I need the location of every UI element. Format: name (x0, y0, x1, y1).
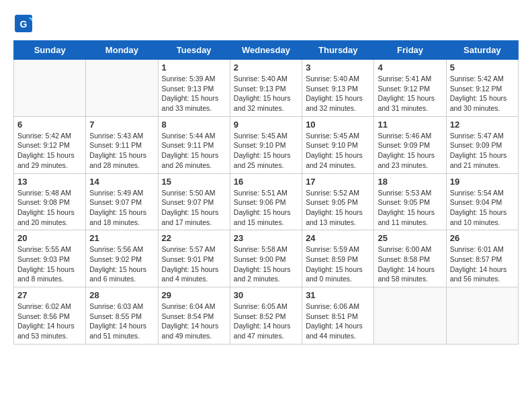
calendar-cell: 21Sunrise: 5:56 AM Sunset: 9:02 PM Dayli… (86, 230, 158, 287)
day-info: Sunrise: 5:46 AM Sunset: 9:09 PM Dayligh… (378, 131, 442, 171)
day-info: Sunrise: 6:01 AM Sunset: 8:57 PM Dayligh… (450, 244, 515, 284)
day-number: 12 (450, 120, 515, 130)
calendar-cell: 29Sunrise: 6:04 AM Sunset: 8:54 PM Dayli… (158, 287, 230, 345)
day-header-tuesday: Tuesday (158, 41, 230, 60)
day-info: Sunrise: 5:52 AM Sunset: 9:05 PM Dayligh… (306, 188, 370, 228)
calendar-cell: 4Sunrise: 5:41 AM Sunset: 9:12 PM Daylig… (374, 60, 446, 117)
day-info: Sunrise: 6:03 AM Sunset: 8:55 PM Dayligh… (89, 302, 154, 341)
day-info: Sunrise: 5:41 AM Sunset: 9:12 PM Dayligh… (378, 74, 442, 113)
day-number: 17 (306, 177, 370, 187)
calendar-cell (86, 60, 158, 117)
day-number: 31 (306, 290, 370, 300)
day-header-thursday: Thursday (302, 41, 374, 60)
day-number: 25 (378, 233, 442, 243)
svg-text:G: G (20, 19, 28, 30)
day-number: 2 (234, 62, 298, 73)
day-number: 8 (162, 120, 226, 130)
day-number: 22 (162, 233, 226, 243)
calendar-cell: 26Sunrise: 6:01 AM Sunset: 8:57 PM Dayli… (446, 230, 518, 287)
day-number: 10 (306, 120, 370, 130)
day-number: 23 (234, 233, 298, 243)
day-number: 13 (17, 177, 82, 187)
calendar-cell: 5Sunrise: 5:42 AM Sunset: 9:12 PM Daylig… (446, 60, 518, 117)
day-number: 21 (89, 233, 154, 243)
calendar-cell: 2Sunrise: 5:40 AM Sunset: 9:13 PM Daylig… (230, 60, 302, 117)
logo: G (13, 13, 36, 34)
calendar-cell: 16Sunrise: 5:51 AM Sunset: 9:06 PM Dayli… (230, 173, 302, 230)
day-info: Sunrise: 5:45 AM Sunset: 9:10 PM Dayligh… (306, 131, 370, 171)
calendar-table: SundayMondayTuesdayWednesdayThursdayFrid… (13, 40, 519, 345)
day-number: 29 (162, 290, 226, 300)
calendar-cell: 20Sunrise: 5:55 AM Sunset: 9:03 PM Dayli… (14, 230, 86, 287)
day-number: 24 (306, 233, 370, 243)
day-info: Sunrise: 5:56 AM Sunset: 9:02 PM Dayligh… (89, 244, 154, 284)
calendar-cell: 11Sunrise: 5:46 AM Sunset: 9:09 PM Dayli… (374, 116, 446, 173)
calendar-cell: 19Sunrise: 5:54 AM Sunset: 9:04 PM Dayli… (446, 173, 518, 230)
calendar-cell: 28Sunrise: 6:03 AM Sunset: 8:55 PM Dayli… (86, 287, 158, 345)
day-info: Sunrise: 6:06 AM Sunset: 8:51 PM Dayligh… (306, 302, 370, 341)
calendar-cell: 6Sunrise: 5:42 AM Sunset: 9:12 PM Daylig… (14, 116, 86, 173)
day-header-sunday: Sunday (14, 41, 86, 60)
day-number: 11 (378, 120, 442, 130)
logo-icon: G (13, 13, 34, 34)
day-header-monday: Monday (86, 41, 158, 60)
calendar-cell: 17Sunrise: 5:52 AM Sunset: 9:05 PM Dayli… (302, 173, 374, 230)
day-info: Sunrise: 5:40 AM Sunset: 9:13 PM Dayligh… (306, 74, 370, 113)
day-info: Sunrise: 6:05 AM Sunset: 8:52 PM Dayligh… (234, 302, 298, 341)
day-number: 18 (378, 177, 442, 187)
calendar-header-row: SundayMondayTuesdayWednesdayThursdayFrid… (14, 41, 519, 60)
day-info: Sunrise: 5:42 AM Sunset: 9:12 PM Dayligh… (17, 131, 82, 171)
day-number: 4 (378, 62, 442, 73)
calendar-cell: 10Sunrise: 5:45 AM Sunset: 9:10 PM Dayli… (302, 116, 374, 173)
day-number: 1 (162, 62, 226, 73)
day-number: 16 (234, 177, 298, 187)
day-info: Sunrise: 5:45 AM Sunset: 9:10 PM Dayligh… (234, 131, 298, 171)
day-number: 15 (162, 177, 226, 187)
day-number: 9 (234, 120, 298, 130)
calendar-cell: 7Sunrise: 5:43 AM Sunset: 9:11 PM Daylig… (86, 116, 158, 173)
calendar-cell: 15Sunrise: 5:50 AM Sunset: 9:07 PM Dayli… (158, 173, 230, 230)
day-info: Sunrise: 5:44 AM Sunset: 9:11 PM Dayligh… (162, 131, 226, 171)
day-info: Sunrise: 5:49 AM Sunset: 9:07 PM Dayligh… (89, 188, 154, 228)
day-info: Sunrise: 6:02 AM Sunset: 8:56 PM Dayligh… (17, 302, 82, 341)
day-number: 27 (17, 290, 82, 300)
day-info: Sunrise: 5:47 AM Sunset: 9:09 PM Dayligh… (450, 131, 515, 171)
calendar-cell: 14Sunrise: 5:49 AM Sunset: 9:07 PM Dayli… (86, 173, 158, 230)
day-header-wednesday: Wednesday (230, 41, 302, 60)
calendar-cell: 27Sunrise: 6:02 AM Sunset: 8:56 PM Dayli… (14, 287, 86, 345)
calendar-week-5: 27Sunrise: 6:02 AM Sunset: 8:56 PM Dayli… (14, 287, 519, 345)
calendar-cell: 3Sunrise: 5:40 AM Sunset: 9:13 PM Daylig… (302, 60, 374, 117)
day-number: 5 (450, 62, 515, 73)
day-info: Sunrise: 5:54 AM Sunset: 9:04 PM Dayligh… (450, 188, 515, 228)
day-number: 3 (306, 62, 370, 73)
day-number: 6 (17, 120, 82, 130)
day-info: Sunrise: 5:40 AM Sunset: 9:13 PM Dayligh… (234, 74, 298, 113)
calendar-cell: 25Sunrise: 6:00 AM Sunset: 8:58 PM Dayli… (374, 230, 446, 287)
calendar-cell (374, 287, 446, 345)
day-info: Sunrise: 5:50 AM Sunset: 9:07 PM Dayligh… (162, 188, 226, 228)
day-number: 7 (89, 120, 154, 130)
day-info: Sunrise: 5:59 AM Sunset: 8:59 PM Dayligh… (306, 244, 370, 284)
calendar-week-1: 1Sunrise: 5:39 AM Sunset: 9:13 PM Daylig… (14, 60, 519, 117)
calendar-cell: 9Sunrise: 5:45 AM Sunset: 9:10 PM Daylig… (230, 116, 302, 173)
calendar-cell (14, 60, 86, 117)
day-info: Sunrise: 5:58 AM Sunset: 9:00 PM Dayligh… (234, 244, 298, 284)
day-info: Sunrise: 5:53 AM Sunset: 9:05 PM Dayligh… (378, 188, 442, 228)
day-info: Sunrise: 5:43 AM Sunset: 9:11 PM Dayligh… (89, 131, 154, 171)
day-info: Sunrise: 5:55 AM Sunset: 9:03 PM Dayligh… (17, 244, 82, 284)
day-number: 19 (450, 177, 515, 187)
day-number: 28 (89, 290, 154, 300)
calendar-cell: 30Sunrise: 6:05 AM Sunset: 8:52 PM Dayli… (230, 287, 302, 345)
day-header-saturday: Saturday (446, 41, 518, 60)
calendar-cell: 23Sunrise: 5:58 AM Sunset: 9:00 PM Dayli… (230, 230, 302, 287)
calendar-cell: 31Sunrise: 6:06 AM Sunset: 8:51 PM Dayli… (302, 287, 374, 345)
calendar-cell: 12Sunrise: 5:47 AM Sunset: 9:09 PM Dayli… (446, 116, 518, 173)
calendar-cell: 18Sunrise: 5:53 AM Sunset: 9:05 PM Dayli… (374, 173, 446, 230)
calendar-cell: 8Sunrise: 5:44 AM Sunset: 9:11 PM Daylig… (158, 116, 230, 173)
day-info: Sunrise: 5:57 AM Sunset: 9:01 PM Dayligh… (162, 244, 226, 284)
calendar-cell (446, 287, 518, 345)
day-info: Sunrise: 6:00 AM Sunset: 8:58 PM Dayligh… (378, 244, 442, 284)
day-info: Sunrise: 5:51 AM Sunset: 9:06 PM Dayligh… (234, 188, 298, 228)
day-header-friday: Friday (374, 41, 446, 60)
day-number: 30 (234, 290, 298, 300)
